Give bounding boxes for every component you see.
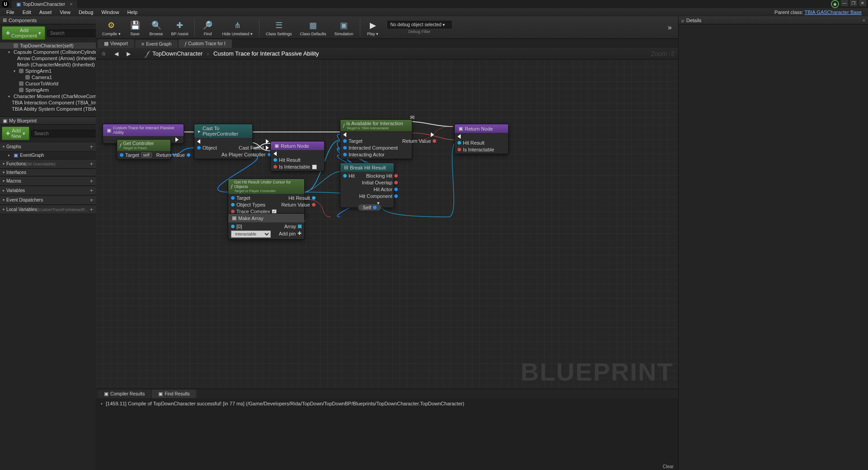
pin-out[interactable] — [394, 188, 398, 191]
menu-asset[interactable]: Asset — [36, 9, 56, 16]
component-tree-item[interactable]: TopDownCharacter(self) — [0, 42, 96, 49]
blueprint-category[interactable]: ▾Graphs+ — [0, 142, 96, 151]
parent-class-link[interactable]: TBIA GASCharacter Base — [804, 9, 862, 15]
blueprint-category[interactable]: ▾Local Variables (CustomTraceForInteract… — [0, 205, 96, 214]
toolbar-class-defaults-button[interactable]: ▦Class Defaults — [296, 18, 330, 37]
component-tree-item[interactable]: TBIA Ability System Component (TBIA_Ab — [0, 106, 96, 112]
blueprint-category[interactable]: ▾Macros+ — [0, 176, 96, 186]
exec-in-pin[interactable] — [458, 134, 461, 139]
menu-help[interactable]: Help — [123, 9, 141, 16]
component-tree-item[interactable]: ▾SpringArm1 — [0, 68, 96, 74]
plus-icon[interactable]: ✚ — [297, 230, 302, 236]
pin-in[interactable] — [197, 146, 201, 150]
pin-in[interactable] — [343, 174, 347, 178]
exec-out-pin[interactable] — [175, 137, 181, 142]
add-component-button[interactable]: ✚ Add Component ▾ — [2, 26, 45, 40]
blueprint-category[interactable]: ▾Interfaces — [0, 169, 96, 176]
menu-window[interactable]: Window — [98, 9, 123, 16]
toolbar-overflow-button[interactable]: » — [664, 24, 675, 32]
pin-out[interactable] — [394, 194, 398, 198]
results-tab[interactable]: ▣Compiler Results — [98, 390, 151, 398]
menu-view[interactable]: View — [56, 9, 74, 16]
node-cast[interactable]: ▸Cast To PlayerController Object Cast Fa… — [194, 124, 253, 159]
pin-in[interactable] — [120, 153, 123, 157]
notify-icon[interactable]: ◉ — [831, 0, 839, 8]
nav-back-button[interactable]: ◀ — [113, 50, 120, 58]
pin-in[interactable] — [231, 225, 235, 228]
exec-in-pin[interactable] — [274, 151, 277, 156]
component-tree-item[interactable]: SpringArm — [0, 87, 96, 93]
close-tab-icon[interactable]: × — [70, 1, 72, 7]
minimize-button[interactable]: — — [841, 0, 848, 6]
graph-canvas[interactable]: ▣Custom Trace for Interact Passive Abili… — [96, 60, 678, 389]
title-tab[interactable]: ▣ TopDownCharacter × — [12, 0, 77, 8]
pin-out[interactable] — [373, 206, 377, 209]
node-self[interactable]: Self — [358, 204, 381, 211]
toolbar-hide-unrelated-button[interactable]: ⋔Hide Unrelated ▾ — [218, 18, 256, 37]
toolbar-find-button[interactable]: 🔎Find — [198, 18, 217, 37]
node-get-controller[interactable]: 𝑓Get ControllerTarget is Pawn Target sel… — [117, 139, 171, 160]
component-tree-item[interactable]: Mesh (CharacterMesh0) (Inherited) — [0, 61, 96, 68]
exec-out-pin[interactable] — [431, 132, 436, 137]
editor-tab[interactable]: ▦Viewport — [98, 39, 134, 48]
exec-in-pin[interactable] — [343, 132, 346, 137]
pin-in[interactable] — [458, 148, 461, 151]
toolbar-play-button[interactable]: ▶Play ▾ — [363, 18, 383, 37]
clear-button[interactable]: Clear — [96, 463, 678, 470]
pin-in[interactable] — [343, 146, 347, 150]
debug-object-dropdown[interactable]: No debug object selected ▾ — [387, 21, 452, 28]
toolbar-compile-button[interactable]: ⚙Compile ▾ — [99, 18, 124, 37]
pin-in[interactable] — [458, 141, 461, 145]
add-icon[interactable]: + — [90, 197, 93, 203]
pin-in[interactable] — [274, 165, 277, 169]
editor-tab[interactable]: 𝑓Custom Trace for I — [179, 39, 231, 48]
node-get-hit-result[interactable]: 𝑓Get Hit Result Under Cursor for Objects… — [228, 179, 305, 216]
blueprint-category[interactable]: ▾Functions (50 Overridable)+ — [0, 159, 96, 169]
node-make-array[interactable]: ▦Make Array [0] Interactable Array Add p… — [228, 213, 305, 240]
add-icon[interactable]: + — [90, 178, 93, 184]
pin-in[interactable] — [343, 139, 347, 143]
nav-forward-button[interactable]: ▶ — [125, 50, 132, 58]
menu-file[interactable]: File — [3, 9, 18, 16]
toolbar-browse-button[interactable]: 🔍Browse — [146, 18, 167, 37]
blueprint-category[interactable]: ▸Variables+ — [0, 186, 96, 195]
node-return-2[interactable]: ▣Return Node Hit Result Is Interactable — [454, 124, 509, 154]
pin-out[interactable] — [312, 196, 316, 200]
component-tree-item[interactable]: ▾Capsule Component (CollisionCylinder) ( — [0, 49, 96, 55]
pin-out[interactable] — [187, 153, 190, 157]
add-pin-button[interactable]: Add pin — [279, 231, 296, 236]
pin-in[interactable] — [231, 196, 235, 200]
menu-debug[interactable]: Debug — [75, 9, 97, 16]
array-value-dropdown[interactable]: Interactable — [231, 230, 271, 238]
pin-in[interactable] — [343, 153, 347, 156]
close-panel-icon[interactable]: × — [863, 18, 865, 23]
add-icon[interactable]: + — [90, 160, 93, 167]
toolbar-bp-assist-button[interactable]: ✚BP Assist — [168, 18, 192, 37]
component-tree-item[interactable]: TBIA Interaction Component (TBIA_Intera — [0, 99, 96, 106]
pin-out[interactable] — [312, 203, 316, 207]
pin-in[interactable] — [231, 210, 235, 213]
pin-out[interactable] — [394, 174, 398, 178]
pin-in[interactable] — [274, 158, 277, 162]
node-break-hit[interactable]: ⊟Break Hit Result Hit Blocking Hit Initi… — [340, 163, 394, 208]
add-icon[interactable]: + — [90, 187, 93, 194]
component-tree-item[interactable]: CursorToWorld — [0, 80, 96, 87]
pin-out[interactable] — [433, 139, 436, 143]
component-tree-item[interactable]: Arrow Component (Arrow) (Inherited) — [0, 55, 96, 61]
results-tab[interactable]: ▣Find Results — [152, 390, 196, 398]
components-panel-header[interactable]: ⊞ Components — [0, 16, 96, 24]
myblueprint-panel-header[interactable]: ▣ My Blueprint — [0, 117, 96, 125]
toolbar-simulation-button[interactable]: ▣Simulation — [331, 18, 357, 37]
component-tree-item[interactable]: ▾Character Movement (CharMoveComp) (I — [0, 93, 96, 99]
menu-edit[interactable]: Edit — [19, 9, 35, 16]
checkbox[interactable] — [312, 164, 317, 169]
add-new-button[interactable]: ✚ Add New ▾ — [2, 127, 29, 140]
details-panel-header[interactable]: ⌕ Details × — [679, 16, 868, 24]
myblueprint-search-input[interactable] — [31, 130, 100, 137]
node-return-1[interactable]: ▣Return Node Hit Result Is Interactable — [270, 141, 325, 171]
toolbar-class-settings-button[interactable]: ☰Class Settings — [262, 18, 296, 37]
add-icon[interactable]: + — [90, 206, 93, 213]
pin-out[interactable] — [394, 181, 398, 184]
breadcrumb-root[interactable]: TopDownCharacter — [152, 50, 203, 57]
breadcrumb-current[interactable]: Custom Trace for Interact Passive Abilit… — [213, 50, 319, 57]
